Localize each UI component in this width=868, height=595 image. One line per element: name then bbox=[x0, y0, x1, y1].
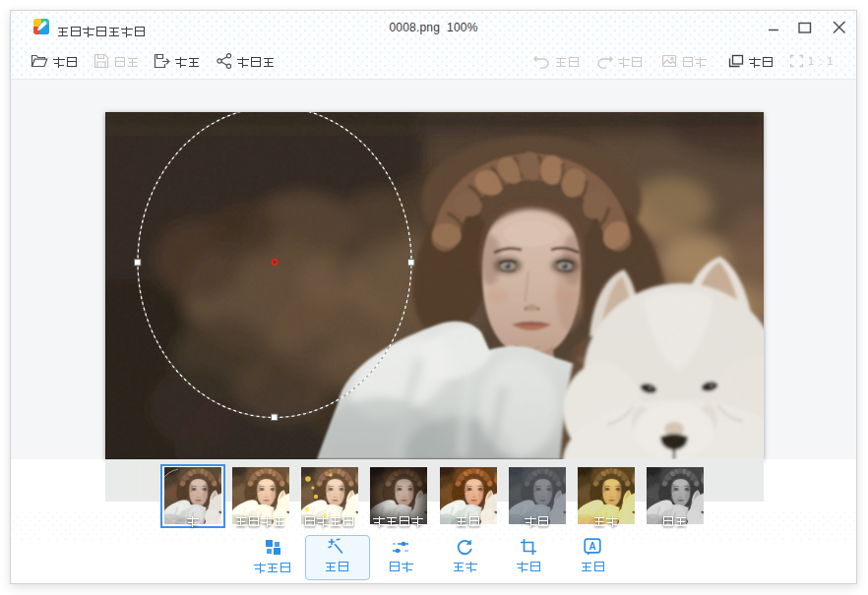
svg-text:A: A bbox=[589, 541, 595, 552]
